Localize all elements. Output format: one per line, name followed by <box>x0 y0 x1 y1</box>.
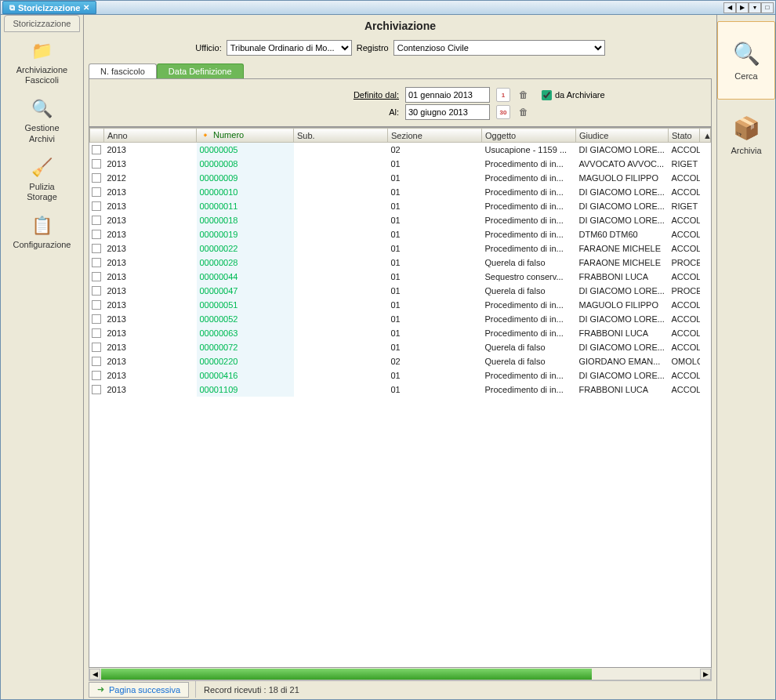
row-checkbox[interactable] <box>92 371 101 380</box>
row-checkbox[interactable] <box>92 300 101 310</box>
tab-n-fascicolo[interactable]: N. fascicolo <box>89 63 157 78</box>
calendar-to-icon[interactable]: 30 <box>496 105 510 119</box>
row-checkbox[interactable] <box>92 244 101 253</box>
col-giudice[interactable]: Giudice <box>576 129 669 143</box>
cell-anno: 2013 <box>104 298 197 312</box>
cell-giudice: GIORDANO EMAN... <box>576 354 669 368</box>
row-checkbox[interactable] <box>92 216 101 225</box>
col-sub[interactable]: Sub. <box>294 129 388 143</box>
da-archiviare-checkbox[interactable]: da Archiviare <box>542 90 605 100</box>
col-numero[interactable]: 🔸 Numero <box>197 129 294 143</box>
table-row[interactable]: 20130000007201Querela di falsoDI GIACOMO… <box>90 340 711 354</box>
cell-oggetto: Procedimento di in... <box>482 213 576 227</box>
cell-giudice: FRABBONI LUCA <box>576 326 669 340</box>
table-row[interactable]: 20130000005101Procedimento di in...MAGUO… <box>90 298 711 312</box>
row-checkbox[interactable] <box>92 357 101 366</box>
table-row[interactable]: 20130000000801Procedimento di in...AVVOC… <box>90 157 711 171</box>
sidebar-item-2[interactable]: 🧹PuliziaStorage <box>1 152 83 210</box>
row-checkbox[interactable] <box>92 159 101 169</box>
row-checkbox[interactable] <box>92 343 101 352</box>
scroll-right-icon[interactable]: ▶ <box>700 669 711 680</box>
table-row[interactable]: 20130000001101Procedimento di in...DI GI… <box>90 199 711 213</box>
clear-from-icon[interactable]: 🗑 <box>517 88 531 102</box>
col-anno[interactable]: Anno <box>104 129 197 143</box>
col-checkbox[interactable] <box>90 129 104 143</box>
cell-stato: ACCOL <box>669 143 700 157</box>
status-bar: ➜ Pagina successiva Record ricevuti : 18… <box>89 680 712 698</box>
close-tab-icon[interactable]: ✕ <box>83 3 89 12</box>
row-checkbox[interactable] <box>92 272 101 281</box>
tab-data-definizione[interactable]: Data Definizione <box>157 63 244 78</box>
cell-sub <box>294 241 388 256</box>
cell-oggetto: Procedimento di in... <box>482 326 576 340</box>
maximize-button[interactable]: □ <box>761 2 774 13</box>
sidebar-item-3[interactable]: 📋Configurazione <box>1 210 83 258</box>
row-checkbox[interactable] <box>92 187 101 197</box>
cell-sub <box>294 298 388 312</box>
cell-sub <box>294 157 388 171</box>
cell-oggetto: Sequestro conserv... <box>482 270 576 284</box>
table-row[interactable]: 20130000006301Procedimento di in...FRABB… <box>90 326 711 340</box>
sidebar-item-0[interactable]: 📁ArchiviazioneFascicoli <box>1 35 83 93</box>
scroll-left-icon[interactable]: ◀ <box>89 669 100 680</box>
table-row[interactable]: 20130000022002Querela di falsoGIORDANO E… <box>90 354 711 368</box>
row-checkbox[interactable] <box>92 145 101 154</box>
cell-numero: 00000044 <box>197 270 294 284</box>
row-checkbox[interactable] <box>92 286 101 296</box>
row-checkbox[interactable] <box>92 201 101 211</box>
table-row[interactable]: 20130000000502Usucapione - 1159 ...DI GI… <box>90 143 711 157</box>
cell-stato: PROCE <box>669 284 700 298</box>
row-checkbox[interactable] <box>92 173 101 183</box>
table-row[interactable]: 20130000002201Procedimento di in...FARAO… <box>90 241 711 256</box>
registro-select[interactable]: Contenzioso Civile <box>393 40 605 56</box>
calendar-from-icon[interactable]: 1 <box>496 88 510 102</box>
cell-numero: 00000005 <box>197 143 294 157</box>
nav-prev-button[interactable]: ◀ <box>723 2 736 13</box>
cell-numero: 00000072 <box>197 340 294 354</box>
table-row[interactable]: 20130000041601Procedimento di in...DI GI… <box>90 368 711 383</box>
table-row[interactable]: 20130000004401Sequestro conserv...FRABBO… <box>90 270 711 284</box>
cell-stato: ACCOL <box>669 368 700 383</box>
table-row[interactable]: 20130000002801Querela di falsoFARAONE MI… <box>90 256 711 270</box>
table-row[interactable]: 20130000001001Procedimento di in...DI GI… <box>90 185 711 199</box>
app-tab[interactable]: ⧉ Storicizzazione ✕ <box>2 1 96 14</box>
date-to-input[interactable] <box>405 104 490 120</box>
cerca-button[interactable]: 🔍 Cerca <box>717 21 775 100</box>
clear-to-icon[interactable]: 🗑 <box>517 105 531 119</box>
cell-sub <box>294 354 388 368</box>
da-archiviare-input[interactable] <box>542 90 552 100</box>
table-row[interactable]: 20130000004701Querela di falsoDI GIACOMO… <box>90 284 711 298</box>
table-row[interactable]: 20130000005201Procedimento di in...DI GI… <box>90 312 711 326</box>
row-checkbox[interactable] <box>92 258 101 267</box>
ufficio-select[interactable]: Tribunale Ordinario di Mo... <box>227 40 352 56</box>
sidebar-item-1[interactable]: 🔍GestioneArchivi <box>1 93 83 151</box>
row-checkbox[interactable] <box>92 385 101 394</box>
dropdown-button[interactable]: ▾ <box>749 2 761 13</box>
nav-section-tab[interactable]: Storicizzazione <box>4 15 80 32</box>
cell-sub <box>294 227 388 241</box>
date-from-input[interactable] <box>405 87 490 103</box>
nav-icon: 🔍 <box>28 98 56 120</box>
col-oggetto[interactable]: Oggetto <box>482 129 576 143</box>
cell-giudice: AVVOCATO AVVOC... <box>576 157 669 171</box>
row-checkbox[interactable] <box>92 314 101 324</box>
table-row[interactable]: 20130000001801Procedimento di in...DI GI… <box>90 213 711 227</box>
row-checkbox[interactable] <box>92 230 101 239</box>
col-scroll-hint[interactable]: ▲ <box>700 129 711 143</box>
cell-oggetto: Procedimento di in... <box>482 241 576 256</box>
scroll-thumb[interactable] <box>101 669 592 680</box>
table-row[interactable]: 20120000000901Procedimento di in...MAGUO… <box>90 171 711 185</box>
horizontal-scrollbar[interactable]: ◀ ▶ <box>89 668 712 680</box>
table-row[interactable]: 20130000110901Procedimento di in...FRABB… <box>90 383 711 397</box>
table-row[interactable]: 20130000001901Procedimento di in...DTM60… <box>90 227 711 241</box>
row-checkbox[interactable] <box>92 328 101 338</box>
archivia-button[interactable]: 📦 Archivia <box>717 115 775 155</box>
cell-giudice: MAGUOLO FILIPPO <box>576 298 669 312</box>
cell-sub <box>294 383 388 397</box>
next-page-button[interactable]: ➜ Pagina successiva <box>89 682 189 698</box>
nav-next-button[interactable]: ▶ <box>736 2 749 13</box>
col-sezione[interactable]: Sezione <box>388 129 482 143</box>
archive-icon: 📦 <box>733 115 760 141</box>
col-stato[interactable]: Stato <box>669 129 700 143</box>
cell-giudice: DI GIACOMO LORE... <box>576 368 669 383</box>
